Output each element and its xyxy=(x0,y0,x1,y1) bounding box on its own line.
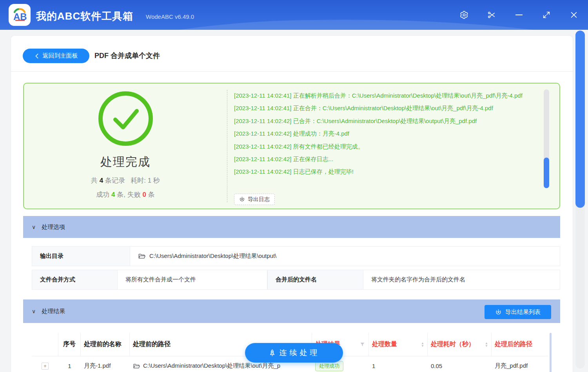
back-to-dashboard-button[interactable]: 返回到主面板 xyxy=(23,49,89,63)
log-line: [2023-12-11 14:02:42] 处理成功：月亮-4.pdf xyxy=(234,127,542,140)
panel-dashed-divider xyxy=(227,90,227,202)
options-section-title: 处理选项 xyxy=(42,223,65,231)
merge-mode-label: 文件合并方式 xyxy=(32,270,118,289)
maximize-icon[interactable] xyxy=(541,10,552,20)
page-scrollbar[interactable] xyxy=(575,31,585,368)
main-card: 返回到主面板 PDF 合并成单个文件 处理完成 共 4 条记录 耗时: 1 秒 … xyxy=(11,35,573,372)
row-name: 月亮-1.pdf xyxy=(81,356,130,372)
app-logo: AB xyxy=(9,4,31,26)
app-version: WodeABC v6.49.0 xyxy=(146,13,194,20)
total-count: 4 xyxy=(100,177,103,184)
row-index: 1 xyxy=(58,356,81,372)
close-icon[interactable] xyxy=(569,10,579,20)
result-summary: 处理完成 共 4 条记录 耗时: 1 秒 成功 4 条, 失败 0 条 xyxy=(24,83,227,199)
download-icon xyxy=(239,196,245,202)
merged-name-value: 将文件夹的名字作为合并后的文件名 xyxy=(363,270,560,289)
screenshot-scissors-icon[interactable] xyxy=(486,10,497,20)
chevron-down-icon: ∨ xyxy=(32,308,36,314)
titlebar: AB 我的ABC软件工具箱 WodeABC v6.49.0 xyxy=(0,0,588,30)
chevron-left-icon xyxy=(34,53,39,59)
back-button-label: 返回到主面板 xyxy=(43,52,78,60)
success-check-icon xyxy=(97,90,154,147)
row-path: C:\Users\Administrator\Desktop\处理结果\out\… xyxy=(143,362,280,370)
merge-options-row: 文件合并方式 将所有文件合并成一个文件 合并后的文件名 将文件夹的名字作为合并后… xyxy=(32,270,560,290)
expand-row-button[interactable]: + xyxy=(42,363,49,370)
expander-column-header xyxy=(32,333,58,356)
results-section-title: 处理结果 xyxy=(42,308,65,315)
download-icon xyxy=(495,309,502,316)
header-divider xyxy=(11,71,573,72)
success-count: 4 xyxy=(111,191,115,198)
column-header-time[interactable]: 处理耗时（秒） ▲ ▼ xyxy=(428,333,492,356)
log-line: [2023-12-11 14:02:42] 所有文件都已经处理完成。 xyxy=(234,140,542,153)
app-logo-icon: AB xyxy=(11,6,29,24)
row-out-path: 月亮_pdf.pdf xyxy=(492,356,548,372)
merge-mode-value: 将所有文件合并成一个文件 xyxy=(118,270,267,289)
log-line: [2023-12-11 14:02:42] 正在保存日志... xyxy=(234,153,542,165)
summary-line-2: 成功 4 条, 失败 0 条 xyxy=(24,190,227,199)
log-line: [2023-12-11 14:02:42] 日志已保存，处理完毕! xyxy=(234,165,542,178)
export-results-label: 导出结果列表 xyxy=(505,308,541,316)
log-scrollbar-thumb[interactable] xyxy=(544,158,549,188)
status-title: 处理完成 xyxy=(24,154,227,170)
export-log-button[interactable]: 导出日志 xyxy=(234,194,275,205)
summary-line-1: 共 4 条记录 耗时: 1 秒 xyxy=(24,176,227,185)
results-section-header[interactable]: ∨ 处理结果 导出结果列表 xyxy=(23,299,560,323)
log-line: [2023-12-11 14:02:41] 正在合并：C:\Users\Admi… xyxy=(234,102,542,114)
folder-icon xyxy=(138,252,145,260)
column-header-name: 处理前的名称 xyxy=(81,333,130,356)
table-scrollbar[interactable] xyxy=(550,333,552,372)
minimize-icon[interactable] xyxy=(514,10,524,20)
row-count: 1 xyxy=(369,356,428,372)
row-time: 0.05 xyxy=(428,356,492,372)
app-title: 我的ABC软件工具箱 xyxy=(36,9,133,23)
log-line: [2023-12-11 14:02:41] 正在解析并稍后合并：C:\Users… xyxy=(234,89,542,102)
column-header-out-path: 处理后的路径 xyxy=(492,333,548,356)
row-expander-cell: + xyxy=(32,356,58,372)
folder-icon xyxy=(133,363,140,370)
log-area: [2023-12-11 14:02:41] 正在解析并稍后合并：C:\Users… xyxy=(234,89,542,178)
sort-icon[interactable]: ▲ ▼ xyxy=(421,342,424,347)
export-results-button[interactable]: 导出结果列表 xyxy=(485,305,551,319)
export-log-label: 导出日志 xyxy=(248,196,270,203)
elapsed-time: 1 秒 xyxy=(148,177,160,184)
log-line: [2023-12-11 14:02:42] 已合并：C:\Users\Admin… xyxy=(234,115,542,127)
column-header-index: 序号 xyxy=(58,333,81,356)
filter-icon[interactable] xyxy=(359,341,365,347)
options-section-header[interactable]: ∨ 处理选项 xyxy=(23,216,560,238)
page-title: PDF 合并成单个文件 xyxy=(94,49,160,63)
chevron-down-icon: ∨ xyxy=(32,224,36,230)
column-header-count[interactable]: 处理数量 ▲ ▼ xyxy=(369,333,428,356)
sort-icon[interactable]: ▲ ▼ xyxy=(485,342,488,347)
output-dir-value: C:\Users\Administrator\Desktop\处理结果\outp… xyxy=(149,252,276,260)
continue-button-label: 连续处理 xyxy=(279,348,320,358)
output-dir-value-cell: C:\Users\Administrator\Desktop\处理结果\outp… xyxy=(130,247,560,266)
page-scrollbar-thumb[interactable] xyxy=(575,31,585,208)
log-scrollbar[interactable] xyxy=(544,89,549,188)
window-controls xyxy=(459,0,579,30)
result-panel: 处理完成 共 4 条记录 耗时: 1 秒 成功 4 条, 失败 0 条 [202… xyxy=(23,83,560,209)
fail-count: 0 xyxy=(142,191,146,198)
settings-icon[interactable] xyxy=(459,10,469,20)
rocket-icon xyxy=(268,349,276,357)
output-dir-label: 输出目录 xyxy=(32,247,130,266)
output-dir-row: 输出目录 C:\Users\Administrator\Desktop\处理结果… xyxy=(32,246,560,266)
continue-processing-button[interactable]: 连续处理 xyxy=(245,343,343,363)
merged-name-label: 合并后的文件名 xyxy=(267,270,363,289)
